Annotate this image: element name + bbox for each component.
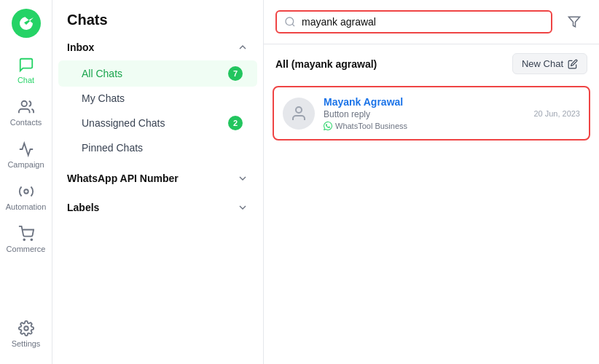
filter-icon (568, 15, 581, 28)
svg-point-5 (286, 17, 294, 25)
search-icon (284, 16, 296, 28)
nav-label-campaign: Campaign (7, 160, 44, 169)
avatar (283, 98, 315, 130)
svg-point-0 (21, 101, 26, 106)
inbox-label: Inbox (67, 41, 94, 53)
nav-label-settings: Settings (12, 339, 41, 348)
svg-line-6 (292, 24, 294, 26)
main-content: All (mayank agrawal) New Chat Mayank Agr… (264, 0, 599, 364)
results-header: All (mayank agrawal) New Chat (264, 44, 599, 80)
commerce-icon (18, 226, 34, 242)
edit-icon (568, 59, 578, 69)
whatsapp-api-header[interactable]: WhatsApp API Number (52, 165, 263, 191)
sidebar-item-unassigned-chats[interactable]: Unassigned Chats 2 (58, 110, 257, 136)
nav-label-chat: Chat (17, 76, 34, 84)
filter-button[interactable] (561, 9, 587, 35)
chevron-down-icon-labels (237, 202, 248, 213)
user-icon (290, 105, 308, 122)
svg-marker-7 (569, 17, 580, 27)
whatsapp-api-label: WhatsApp API Number (67, 173, 179, 184)
chevron-down-icon (237, 173, 248, 184)
new-chat-label: New Chat (522, 58, 563, 69)
svg-point-2 (23, 239, 25, 240)
pinned-chats-label: Pinned Chats (82, 142, 143, 154)
nav-item-automation[interactable]: Automation (0, 176, 52, 218)
labels-label: Labels (67, 202, 99, 213)
whatsapp-icon (324, 122, 332, 130)
nav-label-contacts: Contacts (10, 118, 42, 127)
unassigned-chats-badge: 2 (228, 116, 243, 130)
whatsapp-api-section: WhatsApp API Number (52, 165, 263, 191)
my-chats-label: My Chats (82, 92, 125, 104)
chat-contact-name: Mayank Agrawal (324, 96, 525, 108)
nav-item-commerce[interactable]: Commerce (0, 218, 52, 261)
svg-point-8 (296, 107, 302, 113)
chat-preview: Button reply (324, 109, 525, 119)
svg-point-3 (31, 239, 32, 240)
nav-item-contacts[interactable]: Contacts (0, 92, 52, 134)
nav-item-settings[interactable]: Settings (0, 313, 52, 355)
nav-item-campaign[interactable]: Campaign (0, 134, 52, 176)
chat-icon (18, 57, 34, 73)
contacts-icon (18, 99, 34, 115)
left-navigation: Chat Contacts Campaign Automation Commer… (0, 0, 52, 364)
all-chats-badge: 7 (228, 66, 243, 81)
campaign-icon (18, 141, 34, 157)
sidebar-item-pinned-chats[interactable]: Pinned Chats (58, 136, 257, 159)
chat-meta: 20 Jun, 2023 (533, 109, 580, 118)
main-header (264, 0, 599, 44)
sidebar-item-all-chats[interactable]: All Chats 7 (58, 60, 257, 87)
chat-info: Mayank Agrawal Button reply WhatsTool Bu… (324, 96, 525, 130)
logo-icon (17, 15, 35, 32)
labels-section: Labels (52, 194, 263, 221)
chat-list: Mayank Agrawal Button reply WhatsTool Bu… (264, 80, 599, 146)
sidebar-title: Chats (52, 0, 263, 34)
search-box[interactable] (275, 10, 552, 33)
nav-item-chat[interactable]: Chat (0, 50, 52, 92)
app-logo (12, 9, 41, 38)
unassigned-chats-label: Unassigned Chats (82, 117, 165, 129)
svg-point-1 (24, 189, 28, 194)
nav-label-commerce: Commerce (7, 245, 46, 253)
settings-icon (18, 320, 34, 336)
all-chats-label: All Chats (82, 68, 122, 79)
inbox-section: Inbox All Chats 7 My Chats Unassigned Ch… (52, 34, 263, 159)
new-chat-button[interactable]: New Chat (512, 53, 587, 74)
labels-header[interactable]: Labels (52, 194, 263, 221)
inbox-section-header[interactable]: Inbox (52, 34, 263, 60)
sidebar-item-my-chats[interactable]: My Chats (58, 87, 257, 110)
source-text: WhatsTool Business (335, 122, 407, 130)
svg-point-4 (24, 326, 28, 331)
chat-date: 20 Jun, 2023 (533, 109, 580, 118)
nav-label-automation: Automation (6, 202, 47, 211)
search-input[interactable] (302, 16, 544, 28)
chat-source: WhatsTool Business (324, 122, 525, 130)
chevron-up-icon (237, 41, 248, 53)
chat-card-1[interactable]: Mayank Agrawal Button reply WhatsTool Bu… (273, 86, 590, 141)
results-title: All (mayank agrawal) (275, 58, 377, 70)
sidebar: Chats Inbox All Chats 7 My Chats Unassig… (52, 0, 264, 364)
automation-icon (18, 183, 34, 199)
